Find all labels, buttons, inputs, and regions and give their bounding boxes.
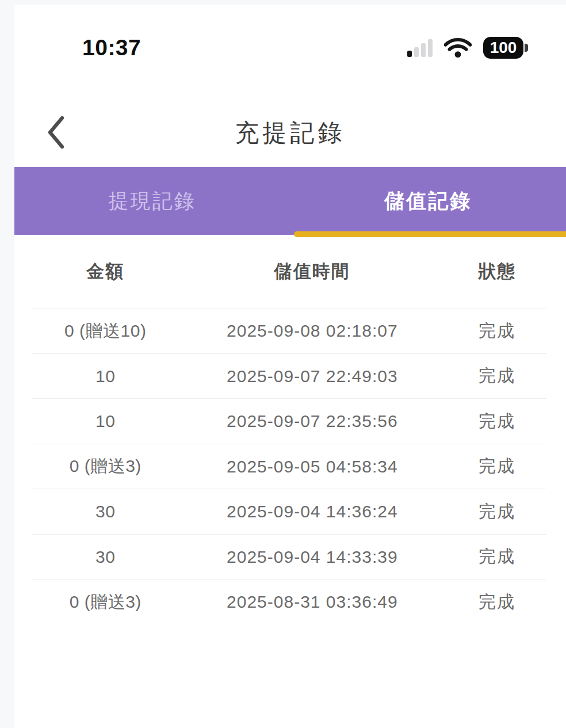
table-row: 102025-09-07 22:35:56完成 [14, 399, 566, 444]
table-row: 102025-09-07 22:49:03完成 [14, 354, 566, 399]
amount-cell: 0 (贈送3) [14, 455, 196, 478]
status-cell: 完成 [428, 364, 566, 388]
amount-cell: 0 (贈送3) [14, 590, 196, 614]
battery-percent: 100 [483, 37, 523, 59]
header-deposit-time: 儲值時間 [196, 260, 428, 284]
time-cell: 2025-09-04 14:36:24 [196, 502, 428, 521]
time-cell: 2025-09-04 14:33:39 [196, 547, 428, 567]
status-cell: 完成 [428, 545, 566, 569]
time-cell: 2025-08-31 03:36:49 [196, 592, 428, 612]
status-cell: 完成 [428, 500, 566, 524]
amount-cell: 10 [14, 367, 196, 386]
table-row: 302025-09-04 14:36:24完成 [14, 489, 566, 535]
header-status: 狀態 [428, 260, 566, 284]
page-title: 充提記錄 [235, 117, 346, 149]
time-cell: 2025-09-07 22:49:03 [196, 367, 428, 386]
tab-bar: 提現記錄 儲值記錄 [14, 167, 566, 235]
table-row: 302025-09-04 14:33:39完成 [14, 535, 566, 580]
deposit-records-screen: { "status_bar": { "time": "10:37", "batt… [0, 0, 566, 728]
amount-cell: 10 [14, 411, 196, 431]
nav-bar: 充提記錄 [14, 101, 566, 165]
content-card: 10:37 100 充提記錄 提現記錄 [14, 5, 566, 728]
status-icons: 100 [407, 37, 528, 59]
wifi-icon [444, 37, 472, 58]
time-cell: 2025-09-07 22:35:56 [196, 411, 428, 431]
amount-cell: 0 (贈送10) [14, 319, 196, 343]
time-cell: 2025-09-08 02:18:07 [196, 321, 428, 341]
status-cell: 完成 [428, 410, 566, 433]
tab-withdraw-records[interactable]: 提現記錄 [14, 167, 290, 235]
tab-deposit-records[interactable]: 儲值記錄 [290, 167, 566, 235]
table-header-row: 金額 儲值時間 狀態 [14, 235, 566, 308]
chevron-left-icon [47, 116, 65, 149]
header-amount: 金額 [14, 260, 196, 284]
status-cell: 完成 [428, 319, 566, 343]
amount-cell: 30 [14, 502, 196, 521]
cellular-signal-icon [407, 39, 433, 57]
status-cell: 完成 [428, 455, 566, 478]
table-body: 0 (贈送10)2025-09-08 02:18:07完成102025-09-0… [14, 308, 566, 625]
records-table: 金額 儲值時間 狀態 0 (贈送10)2025-09-08 02:18:07完成… [14, 235, 566, 728]
tab-label: 提現記錄 [109, 188, 196, 215]
status-time: 10:37 [82, 35, 141, 60]
table-row: 0 (贈送3)2025-09-05 04:58:34完成 [14, 444, 566, 490]
tab-label: 儲值記錄 [384, 188, 472, 215]
back-button[interactable] [37, 108, 74, 157]
status-bar: 10:37 100 [82, 32, 528, 63]
status-cell: 完成 [428, 590, 566, 614]
battery-nub [525, 44, 528, 52]
time-cell: 2025-09-05 04:58:34 [196, 457, 428, 477]
table-row: 0 (贈送3)2025-08-31 03:36:49完成 [14, 580, 566, 625]
amount-cell: 30 [14, 547, 196, 567]
table-row: 0 (贈送10)2025-09-08 02:18:07完成 [14, 308, 566, 354]
battery-icon: 100 [483, 37, 528, 59]
